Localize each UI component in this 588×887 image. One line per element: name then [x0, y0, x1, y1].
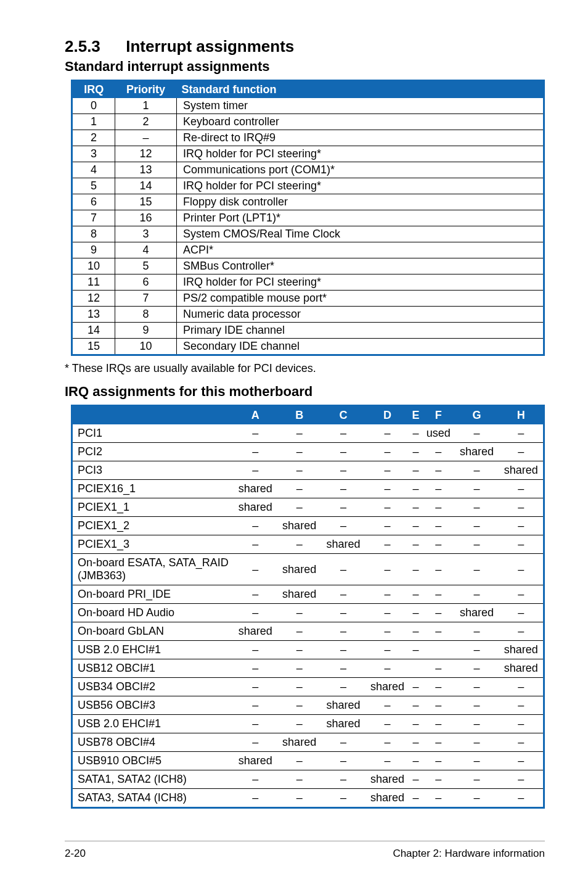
table-row: 127PS/2 compatible mouse port* — [72, 291, 544, 307]
table-row: PCI1–––––used–– — [72, 424, 544, 443]
mb-cell: – — [321, 517, 365, 535]
mb-cell: shared — [277, 517, 321, 535]
mb-row-label: USB56 OBCI#3 — [72, 696, 234, 715]
irq-cell: 1 — [72, 114, 115, 130]
mb-header-g: G — [455, 406, 499, 425]
section-heading: 2.5.3 Interrupt assignments — [65, 37, 545, 56]
mb-cell: – — [499, 770, 544, 789]
mb-cell: – — [409, 733, 422, 752]
mb-cell: – — [422, 659, 455, 678]
mb-cell: – — [455, 696, 499, 715]
mb-cell: shared — [365, 678, 409, 696]
mb-cell: – — [365, 696, 409, 715]
mb-cell: – — [455, 498, 499, 517]
priority-cell: 16 — [115, 210, 177, 226]
priority-cell: 4 — [115, 242, 177, 258]
mb-row-label: SATA3, SATA4 (ICH8) — [72, 789, 234, 808]
mb-row-label: PCIEX1_3 — [72, 535, 234, 554]
irq-cell: 8 — [72, 226, 115, 242]
mb-cell: – — [455, 424, 499, 443]
mb-cell: – — [499, 622, 544, 641]
mb-cell: – — [321, 461, 365, 480]
table-row: PCIEX1_2–shared–––––– — [72, 517, 544, 535]
mb-cell: – — [234, 678, 277, 696]
mb-cell: – — [409, 789, 422, 808]
mb-cell: – — [277, 770, 321, 789]
mb-cell: – — [321, 752, 365, 770]
mb-cell: – — [234, 535, 277, 554]
section-number: 2.5.3 — [65, 37, 121, 56]
mb-cell: – — [277, 535, 321, 554]
mb-cell: – — [277, 659, 321, 678]
mb-cell: – — [455, 480, 499, 498]
mb-cell: – — [277, 604, 321, 622]
mb-cell: – — [455, 585, 499, 604]
mb-cell: – — [409, 480, 422, 498]
mb-cell: – — [321, 678, 365, 696]
mb-cell: – — [499, 733, 544, 752]
mb-cell: – — [277, 424, 321, 443]
table-row: PCI3–––––––shared — [72, 461, 544, 480]
mb-cell: – — [234, 604, 277, 622]
mb-cell: – — [409, 715, 422, 733]
irq-cell: 15 — [72, 339, 115, 355]
function-cell: PS/2 compatible mouse port* — [177, 291, 544, 307]
mb-row-label: SATA1, SATA2 (ICH8) — [72, 770, 234, 789]
mb-cell: – — [455, 554, 499, 585]
irq-cell: 9 — [72, 242, 115, 258]
mb-cell: – — [277, 789, 321, 808]
mb-cell: – — [455, 517, 499, 535]
table-row: SATA3, SATA4 (ICH8)–––shared–––– — [72, 789, 544, 808]
table-row: USB910 OBCI#5shared––––––– — [72, 752, 544, 770]
page-footer: 2-20 Chapter 2: Hardware information — [65, 841, 545, 860]
mb-cell: – — [365, 659, 409, 678]
mb-cell: – — [365, 424, 409, 443]
mb-header-a: A — [234, 406, 277, 425]
mb-cell: shared — [234, 480, 277, 498]
mb-cell: – — [409, 641, 422, 659]
mb-cell: shared — [499, 461, 544, 480]
mb-cell: – — [365, 715, 409, 733]
mb-cell: – — [234, 696, 277, 715]
mb-header-f: F — [422, 406, 455, 425]
irq-header-function: Standard function — [177, 81, 544, 99]
mb-cell: used — [422, 424, 455, 443]
function-cell: Printer Port (LPT1)* — [177, 210, 544, 226]
table-row: 01System timer — [72, 98, 544, 114]
mb-header-e: E — [409, 406, 422, 425]
priority-cell: 9 — [115, 323, 177, 339]
mb-cell: – — [455, 659, 499, 678]
mb-row-label: PCI3 — [72, 461, 234, 480]
mb-cell: – — [409, 517, 422, 535]
function-cell: Numeric data processor — [177, 307, 544, 323]
priority-cell: 12 — [115, 146, 177, 162]
table-row: 105SMBus Controller* — [72, 258, 544, 274]
table-row: 94ACPI* — [72, 242, 544, 258]
irq-cell: 0 — [72, 98, 115, 114]
standard-interrupt-subheading: Standard interrupt assignments — [65, 59, 545, 75]
mb-header-h: H — [499, 406, 544, 425]
table-row: PCIEX16_1shared––––––– — [72, 480, 544, 498]
mb-row-label: USB 2.0 EHCI#1 — [72, 641, 234, 659]
function-cell: IRQ holder for PCI steering* — [177, 146, 544, 162]
mb-cell: – — [365, 461, 409, 480]
mb-cell: – — [422, 622, 455, 641]
mb-cell: – — [234, 443, 277, 461]
mb-row-label: PCIEX1_1 — [72, 498, 234, 517]
mb-cell: – — [409, 696, 422, 715]
mb-cell: – — [365, 554, 409, 585]
mb-cell: – — [365, 585, 409, 604]
mb-cell: – — [455, 752, 499, 770]
mb-row-label: On-board HD Audio — [72, 604, 234, 622]
table-row: 716Printer Port (LPT1)* — [72, 210, 544, 226]
mb-cell: – — [277, 696, 321, 715]
function-cell: System CMOS/Real Time Clock — [177, 226, 544, 242]
mb-cell: – — [365, 517, 409, 535]
mb-cell: – — [422, 604, 455, 622]
mb-cell: – — [365, 604, 409, 622]
function-cell: Secondary IDE channel — [177, 339, 544, 355]
function-cell: ACPI* — [177, 242, 544, 258]
footnote: * These IRQs are usually available for P… — [65, 362, 545, 375]
mb-cell: – — [277, 498, 321, 517]
priority-cell: 1 — [115, 98, 177, 114]
